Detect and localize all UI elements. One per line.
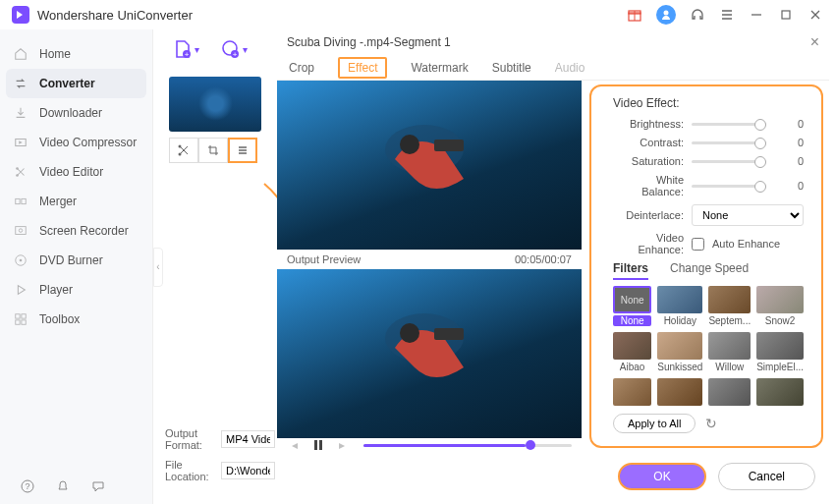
tab-effect[interactable]: Effect — [338, 57, 387, 79]
brightness-label: Brightness: — [613, 118, 684, 130]
clip-thumbnail[interactable] — [169, 77, 259, 163]
editor-close-icon[interactable]: × — [810, 33, 819, 51]
timeline-slider[interactable] — [363, 444, 572, 447]
preview-column: Output Preview00:05/00:07 — [277, 81, 582, 452]
sidebar-item-home[interactable]: Home — [0, 39, 152, 69]
cancel-button[interactable]: Cancel — [718, 463, 815, 490]
crop-button[interactable] — [198, 138, 228, 163]
menu-icon[interactable] — [719, 7, 735, 23]
filter-holiday[interactable]: Holiday — [657, 286, 702, 326]
svg-text:+: + — [185, 50, 190, 59]
sidebar-item-editor[interactable]: Video Editor — [0, 157, 152, 187]
gift-icon[interactable] — [627, 7, 642, 23]
sidebar-item-label: Merger — [39, 195, 77, 208]
pause-button[interactable] — [310, 437, 326, 453]
filter-item[interactable] — [756, 378, 804, 406]
output-format-label: Output Format: — [165, 427, 215, 451]
subtab-filters[interactable]: Filters — [613, 261, 648, 280]
editor-tabs: Crop Effect Watermark Subtitle Audio — [277, 55, 829, 81]
minimize-icon[interactable] — [749, 7, 764, 23]
brightness-slider[interactable] — [692, 123, 766, 126]
headset-icon[interactable] — [690, 7, 705, 23]
add-file-button[interactable]: +▾ — [173, 39, 199, 59]
titlebar: Wondershare UniConverter — [0, 0, 835, 29]
contrast-slider[interactable] — [692, 141, 766, 144]
sidebar-item-merger[interactable]: Merger — [0, 187, 152, 216]
svg-rect-22 — [16, 320, 20, 324]
svg-rect-15 — [22, 198, 26, 203]
time-display: 00:05/00:07 — [515, 253, 572, 265]
svg-point-37 — [400, 135, 419, 154]
sidebar-item-label: Video Compressor — [39, 136, 137, 149]
tab-watermark[interactable]: Watermark — [411, 57, 468, 79]
tab-audio[interactable]: Audio — [555, 57, 585, 79]
filter-september[interactable]: Septem... — [708, 286, 751, 326]
sidebar-item-label: Player — [39, 283, 73, 297]
filter-sunkissed[interactable]: Sunkissed — [657, 332, 702, 372]
auto-enhance-label: Auto Enhance — [712, 238, 780, 250]
svg-point-13 — [16, 174, 19, 177]
sidebar-item-converter[interactable]: Converter — [6, 69, 146, 98]
help-icon[interactable]: ? — [20, 478, 35, 494]
sidebar-item-compressor[interactable]: Video Compressor — [0, 128, 152, 157]
sidebar-item-downloader[interactable]: Downloader — [0, 98, 152, 128]
deinterlace-select[interactable]: None — [692, 204, 804, 226]
original-preview — [277, 81, 582, 250]
white-balance-slider[interactable] — [692, 185, 766, 188]
filter-willow[interactable]: Willow — [708, 332, 751, 372]
subtab-speed[interactable]: Change Speed — [670, 261, 749, 280]
filter-item[interactable] — [708, 378, 751, 406]
sidebar-item-dvd[interactable]: DVD Burner — [0, 246, 152, 275]
app-title: Wondershare UniConverter — [37, 8, 193, 23]
next-frame-button[interactable]: ▸ — [334, 437, 350, 453]
bell-icon[interactable] — [55, 478, 71, 494]
svg-rect-8 — [782, 11, 790, 19]
auto-enhance-checkbox[interactable] — [692, 238, 704, 251]
trim-button[interactable] — [169, 138, 198, 163]
svg-rect-20 — [16, 314, 20, 318]
filter-simpleel[interactable]: SimpleEl... — [756, 332, 804, 372]
tab-crop[interactable]: Crop — [289, 57, 314, 79]
saturation-slider[interactable] — [692, 160, 766, 163]
output-preview — [277, 269, 582, 438]
svg-point-31 — [179, 145, 182, 148]
sidebar: Home Converter Downloader Video Compress… — [0, 29, 152, 504]
svg-point-19 — [20, 259, 23, 262]
apply-all-button[interactable]: Apply to All — [613, 414, 696, 433]
svg-point-3 — [664, 11, 669, 16]
feedback-icon[interactable] — [90, 478, 106, 494]
add-url-button[interactable]: +▾ — [221, 39, 248, 59]
sidebar-item-toolbox[interactable]: Toolbox — [0, 305, 152, 334]
filter-item[interactable] — [613, 378, 651, 406]
filter-snow2[interactable]: Snow2 — [756, 286, 804, 326]
effect-button[interactable] — [228, 138, 257, 163]
svg-point-40 — [400, 323, 419, 343]
refresh-icon[interactable]: ↻ — [705, 416, 717, 431]
svg-rect-23 — [22, 320, 26, 324]
maximize-icon[interactable] — [778, 7, 794, 23]
filter-none[interactable]: NoneNone — [613, 286, 651, 326]
contrast-label: Contrast: — [613, 137, 684, 148]
output-format-select[interactable] — [221, 430, 275, 448]
collapse-handle[interactable]: ‹ — [153, 248, 163, 287]
sidebar-item-player[interactable]: Player — [0, 275, 152, 305]
sidebar-item-recorder[interactable]: Screen Recorder — [0, 216, 152, 246]
contrast-value: 0 — [774, 137, 804, 148]
editor-title: Scuba Diving -.mp4-Segment 1 — [287, 35, 451, 49]
tab-subtitle[interactable]: Subtitle — [492, 57, 531, 79]
close-icon[interactable] — [807, 7, 823, 23]
filter-aibao[interactable]: Aibao — [613, 332, 651, 372]
sidebar-item-label: Home — [39, 47, 71, 61]
video-effect-label: Video Effect: — [613, 96, 804, 110]
ok-button[interactable]: OK — [618, 463, 705, 490]
filter-item[interactable] — [657, 378, 702, 406]
sidebar-item-label: Toolbox — [39, 312, 80, 326]
svg-point-32 — [179, 153, 182, 156]
effect-editor: Scuba Diving -.mp4-Segment 1 × Crop Effe… — [277, 29, 829, 498]
white-balance-label: White Balance: — [613, 174, 684, 197]
user-avatar-icon[interactable] — [656, 5, 676, 25]
effect-controls: Video Effect: Brightness:0 Contrast:0 Sa… — [589, 84, 823, 448]
prev-frame-button[interactable]: ◂ — [287, 437, 303, 453]
svg-text:+: + — [233, 50, 238, 59]
file-location-input[interactable] — [221, 462, 275, 479]
